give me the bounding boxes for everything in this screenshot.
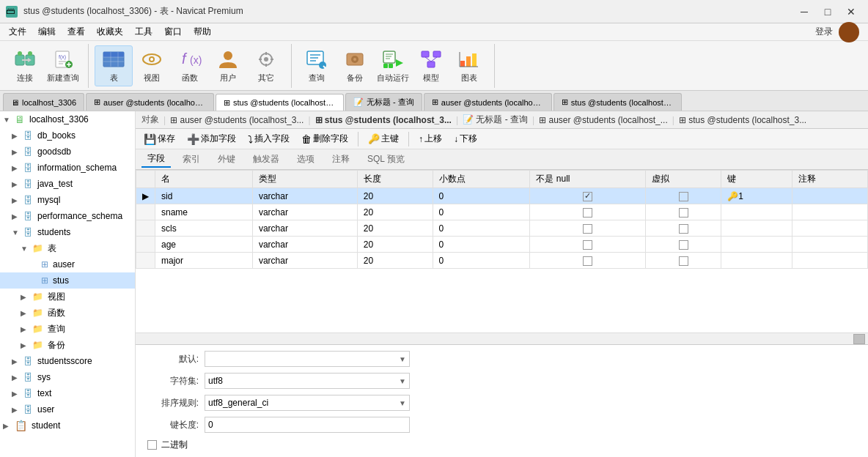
object-tab-3[interactable]: 触发器 [247,152,285,167]
notnull-checkbox-3[interactable] [583,240,592,250]
object-tab-0[interactable]: 字段 [141,151,171,168]
connect-button[interactable]: 连接 [6,45,44,86]
autorun-button[interactable]: 自动运行 [374,45,412,86]
object-tab-2[interactable]: 外键 [212,152,241,167]
table-row-0[interactable]: ▶ sid varchar 20 0 🔑1 [136,188,868,204]
model-button[interactable]: 模型 [412,45,450,86]
sidebar-item-2[interactable]: ▶🗄goodsdb [0,144,135,160]
sidebar-item-10[interactable]: ⊞stus [0,272,135,289]
sidebar-item-7[interactable]: ▼🗄students [0,224,135,240]
field-name-3[interactable]: age [155,237,253,253]
tab-tab3[interactable]: ⊞stus @students (localhost_3... [216,94,344,111]
field-name-0[interactable]: sid [155,188,253,204]
field-decimal-4[interactable]: 0 [433,253,530,269]
notnull-checkbox-0[interactable] [583,192,592,201]
field-virtual-0[interactable] [646,188,721,204]
field-decimal-1[interactable]: 0 [433,204,530,220]
field-name-4[interactable]: major [155,253,253,269]
sidebar-item-13[interactable]: ▶📁查询 [0,321,135,337]
save-button[interactable]: 💾 保存 [139,130,180,147]
sidebar-item-17[interactable]: ▶🗄text [0,385,135,401]
table-row-3[interactable]: age varchar 20 0 [136,237,868,253]
sidebar-item-15[interactable]: ▶🗄studentsscore [0,353,135,369]
field-type-0[interactable]: varchar [252,188,357,204]
notnull-checkbox-1[interactable] [583,208,592,218]
field-virtual-1[interactable] [646,204,721,220]
tab-tab1[interactable]: 🖥localhost_3306 [3,93,84,111]
collation-select[interactable]: utf8_general_ci ▼ [205,395,410,411]
query-button[interactable]: 查询 [298,45,336,86]
sidebar-item-1[interactable]: ▶🗄db_books [0,127,135,144]
virtual-checkbox-2[interactable] [679,224,688,234]
virtual-checkbox-3[interactable] [679,240,688,250]
table-container[interactable]: 名 类型 长度 小数点 不是 null 虚拟 键 注释 ▶ sid varcha… [136,170,868,332]
sidebar-item-4[interactable]: ▶🗄java_test [0,176,135,192]
sidebar-item-16[interactable]: ▶🗄sys [0,369,135,385]
sidebar-item-6[interactable]: ▶🗄performance_schema [0,208,135,224]
backup-button[interactable]: 备份 [336,45,374,86]
object-tab-4[interactable]: 选项 [291,152,320,167]
add-field-button[interactable]: ➕ 添加字段 [182,130,241,147]
user-button[interactable]: 用户 [209,45,247,86]
sidebar-item-14[interactable]: ▶📁备份 [0,337,135,353]
field-type-3[interactable]: varchar [252,237,357,253]
sidebar-item-5[interactable]: ▶🗄mysql [0,192,135,208]
move-up-button[interactable]: ↑ 上移 [413,130,447,147]
menu-item-文件[interactable]: 文件 [3,24,32,40]
tab-tab4[interactable]: 📝无标题 - 查询 [345,93,422,111]
field-type-4[interactable]: varchar [252,253,357,269]
login-button[interactable]: 登录 [815,26,833,38]
field-comment-4[interactable] [792,253,868,269]
sidebar-item-11[interactable]: ▶📁视图 [0,289,135,305]
binary-checkbox[interactable] [147,440,157,450]
field-name-1[interactable]: sname [155,204,253,220]
field-virtual-2[interactable] [646,220,721,237]
menu-item-查看[interactable]: 查看 [62,24,91,40]
table-button[interactable]: 表 [95,45,133,86]
virtual-checkbox-0[interactable] [679,192,688,201]
maximize-button[interactable]: □ [817,4,839,19]
close-button[interactable]: ✕ [840,4,862,19]
insert-field-button[interactable]: ⤵ 插入字段 [243,130,295,147]
move-down-button[interactable]: ↓ 下移 [449,130,482,147]
tab-tab2[interactable]: ⊞auser @students (localhost_3... [86,93,214,111]
minimize-button[interactable]: ─ [793,4,815,19]
field-decimal-3[interactable]: 0 [433,237,530,253]
field-name-2[interactable]: scls [155,220,253,237]
tab-tab6[interactable]: ⊞stus @students (localhost_3... [553,93,682,111]
object-tab-6[interactable]: SQL 预览 [361,152,411,167]
table-row-4[interactable]: major varchar 20 0 [136,253,868,269]
function-button[interactable]: f (x) 函数 [171,45,209,86]
hscroll-thumb[interactable] [853,334,865,344]
field-length-1[interactable]: 20 [357,204,433,220]
primary-key-button[interactable]: 🔑 主键 [363,130,404,147]
table-row-2[interactable]: scls varchar 20 0 [136,220,868,237]
sidebar-item-9[interactable]: ⊞auser [0,256,135,272]
field-decimal-0[interactable]: 0 [433,188,530,204]
sidebar-item-8[interactable]: ▼📁表 [0,240,135,256]
field-notnull-4[interactable] [530,253,646,269]
sidebar-item-12[interactable]: ▶📁函数 [0,305,135,321]
field-length-4[interactable]: 20 [357,253,433,269]
view-button[interactable]: 视图 [133,45,171,86]
field-comment-3[interactable] [792,237,868,253]
menu-item-编辑[interactable]: 编辑 [32,24,62,40]
sidebar-item-3[interactable]: ▶🗄information_schema [0,160,135,176]
other-button[interactable]: 其它 [247,45,285,86]
auser2-tab[interactable]: ⊞ auser @students (localhost_... [539,115,668,125]
object-tab-1[interactable]: 索引 [177,152,206,167]
table-row-1[interactable]: sname varchar 20 0 [136,204,868,220]
object-tab-5[interactable]: 注释 [326,152,356,167]
notitle-tab[interactable]: 📝 无标题 - 查询 [463,114,528,126]
menu-item-工具[interactable]: 工具 [129,24,158,40]
field-comment-2[interactable] [792,220,868,237]
notnull-checkbox-2[interactable] [583,224,592,234]
auser-tab[interactable]: ⊞ auser @students (localhost_3... [170,115,304,125]
stus-tab-active[interactable]: ⊞ stus @students (localhost_3... [315,115,452,125]
notnull-checkbox-4[interactable] [583,256,592,266]
virtual-checkbox-1[interactable] [679,208,688,218]
charset-select[interactable]: utf8 ▼ [205,373,410,389]
tab-tab5[interactable]: ⊞auser @students (localhost_... [424,93,552,111]
field-notnull-3[interactable] [530,237,646,253]
menu-item-收藏夹[interactable]: 收藏夹 [91,24,129,40]
